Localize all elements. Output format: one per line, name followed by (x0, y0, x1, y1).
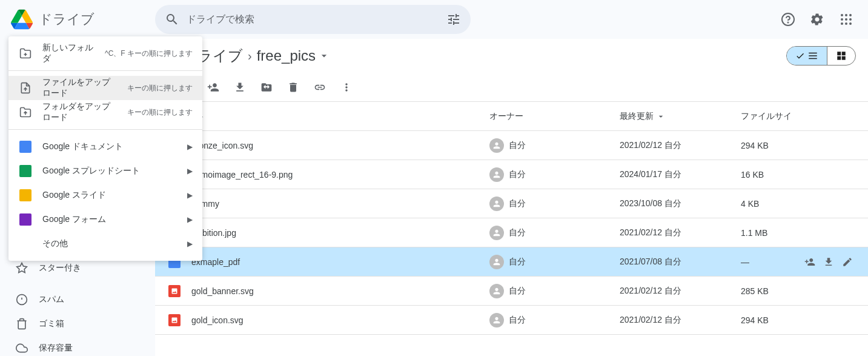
file-modified: 2021/02/12 自分 (620, 286, 741, 297)
grid-view-button[interactable] (827, 47, 855, 65)
sidebar-item-storage[interactable]: 保存容量 (0, 336, 155, 356)
share-icon[interactable] (801, 254, 818, 270)
file-row[interactable]: dummy自分2023/10/08 自分4 KB (155, 189, 868, 218)
file-row[interactable]: gold_banner.svg自分2021/02/12 自分285 KB (155, 277, 868, 306)
help-icon[interactable] (776, 7, 800, 32)
list-view-button[interactable] (787, 47, 827, 65)
logo-area[interactable]: ドライブ (10, 7, 150, 32)
trash-icon (15, 317, 29, 331)
link-icon[interactable] (309, 76, 331, 98)
menu-google-sheets[interactable]: Google スプレッドシート ▶ (8, 159, 202, 183)
header: ドライブ (0, 0, 868, 39)
download-icon[interactable] (229, 76, 251, 98)
sidebar-item-spam[interactable]: スパム (0, 287, 155, 312)
file-size: 4 KB (741, 199, 801, 209)
search-bar[interactable] (155, 5, 471, 34)
header-icons (776, 7, 858, 32)
edit-icon[interactable] (840, 254, 856, 270)
file-owner: 自分 (489, 226, 620, 240)
file-row[interactable]: exmaple_pdf自分2021/07/08 自分— (155, 247, 868, 277)
file-modified: 2021/02/12 自分 (620, 140, 741, 151)
file-name: bronze_icon.svg (191, 141, 489, 150)
svg-marker-12 (17, 263, 27, 273)
menu-divider (8, 70, 202, 71)
file-size: 285 KB (741, 286, 801, 296)
svg-point-7 (849, 18, 852, 21)
move-icon[interactable] (256, 76, 277, 98)
file-name: exibition.jpg (191, 228, 489, 238)
file-size: — (741, 257, 801, 267)
delete-icon[interactable] (282, 76, 304, 98)
column-size[interactable]: ファイルサイ (741, 111, 856, 122)
menu-new-folder[interactable]: 新しいフォルダ ^C、F キーの順に押します (8, 41, 202, 65)
file-owner: 自分 (489, 167, 620, 182)
svg-point-2 (841, 14, 843, 16)
search-input[interactable] (187, 14, 439, 25)
file-row[interactable]: bronze_icon.svg自分2021/02/12 自分294 KB (155, 131, 868, 160)
file-size: 294 KB (741, 141, 801, 150)
download-icon[interactable] (820, 254, 837, 270)
menu-divider (8, 129, 202, 130)
docs-icon (18, 139, 33, 154)
sidebar-item-trash[interactable]: ゴミ箱 (0, 312, 155, 336)
avatar-icon (489, 226, 504, 240)
menu-upload-file[interactable]: ファイルをアップロード キーの順に押します (8, 76, 202, 100)
row-actions (801, 254, 856, 270)
file-modified: 2021/02/12 自分 (620, 227, 741, 238)
menu-google-forms[interactable]: Google フォーム ▶ (8, 207, 202, 232)
svg-point-1 (788, 22, 789, 23)
file-owner: 自分 (489, 255, 620, 269)
svg-point-4 (849, 14, 852, 16)
share-icon[interactable] (202, 76, 224, 98)
table-header: オーナー 最終更新 ファイルサイ (155, 102, 868, 131)
spam-icon (15, 292, 29, 307)
image-file-icon (167, 313, 182, 327)
avatar-icon (489, 196, 504, 211)
file-name: dummy (191, 199, 489, 209)
drive-logo-icon (10, 7, 34, 32)
menu-google-docs[interactable]: Google ドキュメント ▶ (8, 135, 202, 159)
file-name: demoimage_rect_16-9.png (191, 170, 489, 180)
menu-other[interactable]: その他 ▶ (8, 232, 202, 256)
column-name[interactable] (167, 112, 489, 121)
file-name: gold_banner.svg (191, 286, 489, 296)
file-size: 1.1 MB (741, 228, 801, 238)
avatar-icon (489, 284, 504, 298)
file-row[interactable]: demoimage_rect_16-9.png自分2024/01/17 自分16… (155, 160, 868, 189)
settings-icon[interactable] (805, 7, 829, 32)
forms-icon (18, 212, 33, 227)
menu-google-slides[interactable]: Google スライド ▶ (8, 183, 202, 207)
file-row[interactable]: exibition.jpg自分2021/02/12 自分1.1 MB (155, 218, 868, 247)
svg-point-6 (845, 18, 847, 21)
column-modified[interactable]: 最終更新 (620, 111, 741, 122)
file-owner: 自分 (489, 138, 620, 153)
apps-icon[interactable] (834, 7, 858, 32)
file-upload-icon (18, 81, 33, 95)
svg-point-8 (841, 22, 843, 25)
chevron-right-icon: ▶ (187, 240, 193, 248)
folder-plus-icon (18, 46, 33, 61)
view-toggle (786, 46, 856, 65)
chevron-right-icon: ▶ (187, 191, 193, 200)
file-modified: 2023/10/08 自分 (620, 198, 741, 209)
content: イドライブ › free_pics (155, 39, 868, 356)
view-mode-toggle[interactable] (786, 46, 856, 65)
avatar-icon (489, 138, 504, 153)
dropdown-icon (318, 50, 330, 62)
file-size: 16 KB (741, 170, 801, 180)
menu-upload-folder[interactable]: フォルダをアップロード キーの順に押します (8, 100, 202, 124)
svg-point-10 (849, 22, 852, 25)
file-row[interactable]: gold_icon.svg自分2021/02/12 自分294 KB (155, 306, 868, 335)
sheets-icon (18, 164, 33, 178)
more-icon[interactable] (336, 76, 357, 98)
avatar-icon (489, 255, 504, 269)
breadcrumb-current[interactable]: free_pics (257, 47, 330, 64)
file-modified: 2024/01/17 自分 (620, 169, 741, 180)
tune-icon[interactable] (446, 12, 461, 27)
slides-icon (18, 188, 33, 203)
column-owner[interactable]: オーナー (489, 111, 620, 122)
file-owner: 自分 (489, 313, 620, 327)
chevron-right-icon: › (248, 49, 252, 63)
chevron-right-icon: ▶ (187, 143, 193, 151)
sort-down-icon (656, 112, 666, 121)
